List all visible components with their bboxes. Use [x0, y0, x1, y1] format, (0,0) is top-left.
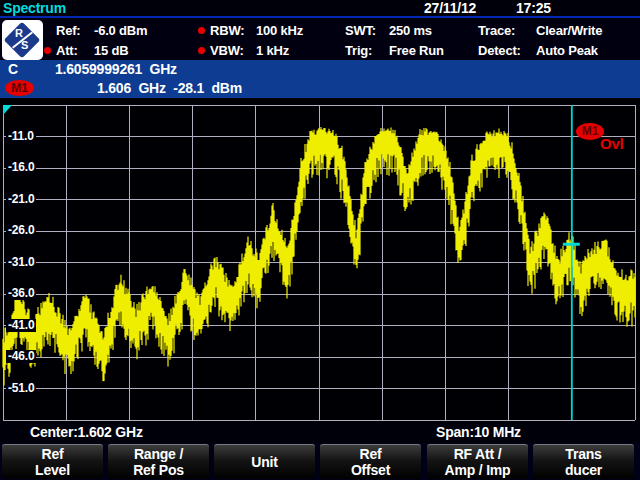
y-axis-label: -31.0 — [6, 256, 36, 269]
spectrum-analyzer-screen: { "header": {"title": "Spectrum", "date"… — [0, 0, 640, 480]
plot-area — [0, 0, 640, 480]
y-axis-label: -21.0 — [6, 193, 36, 206]
y-axis-label: -26.0 — [6, 224, 36, 237]
softkey-ref-offset[interactable]: RefOffset — [320, 444, 421, 479]
y-axis-label: -51.0 — [6, 382, 36, 395]
y-axis-label: -16.0 — [6, 161, 36, 174]
softkey-ref-level[interactable]: RefLevel — [2, 444, 103, 479]
y-axis-label: -11.0 — [6, 130, 36, 143]
y-axis-label: -36.0 — [6, 287, 36, 300]
ref-position-triangle-icon — [3, 105, 12, 115]
y-axis-label: -46.0 — [6, 350, 36, 363]
softkey-range-ref-pos[interactable]: Range /Ref Pos — [108, 444, 209, 479]
y-axis-label: -41.0 — [6, 319, 36, 332]
center-frequency-label: Center:1.602 GHz — [30, 424, 143, 440]
span-label: Span:10 MHz — [436, 424, 521, 440]
softkey-bar: RefLevel Range /Ref Pos Unit RefOffset R… — [0, 443, 640, 480]
softkey-rf-att-amp-imp[interactable]: RF Att /Amp / Imp — [427, 444, 528, 479]
softkey-unit[interactable]: Unit — [214, 444, 315, 479]
softkey-transducer[interactable]: Transducer — [533, 444, 634, 479]
freq-footer: Center:1.602 GHz Span:10 MHz — [0, 422, 640, 443]
overload-indicator: Ovl — [600, 135, 624, 152]
